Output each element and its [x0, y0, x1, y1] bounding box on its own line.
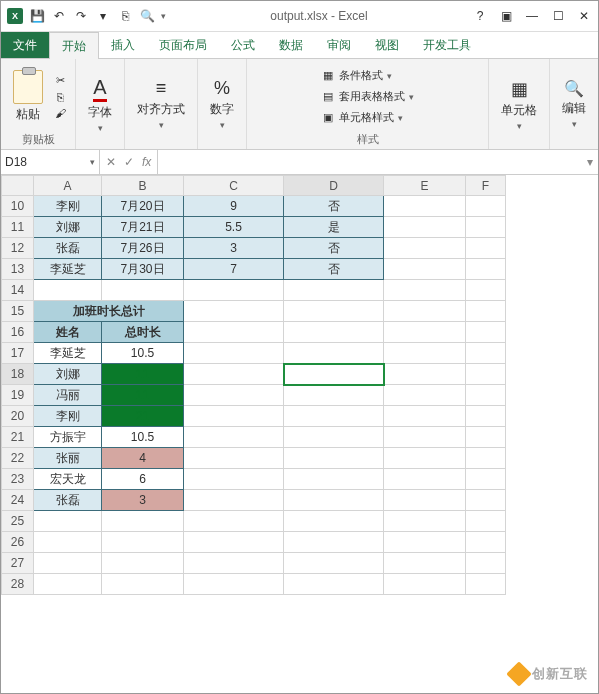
- cell-A17[interactable]: 李延芝: [34, 343, 102, 364]
- cell-C20[interactable]: [184, 406, 284, 427]
- cell-D24[interactable]: [284, 490, 384, 511]
- help-icon[interactable]: ?: [472, 8, 488, 24]
- cell-D17[interactable]: [284, 343, 384, 364]
- cell-E17[interactable]: [384, 343, 466, 364]
- cell-B21[interactable]: 10.5: [102, 427, 184, 448]
- cell-C23[interactable]: [184, 469, 284, 490]
- cell-C27[interactable]: [184, 553, 284, 574]
- cell-C17[interactable]: [184, 343, 284, 364]
- tab-layout[interactable]: 页面布局: [147, 32, 219, 58]
- cell-F12[interactable]: [466, 238, 506, 259]
- cell-E20[interactable]: [384, 406, 466, 427]
- cell-F19[interactable]: [466, 385, 506, 406]
- confirm-icon[interactable]: ✓: [124, 155, 134, 169]
- cell-B25[interactable]: [102, 511, 184, 532]
- tab-home[interactable]: 开始: [49, 32, 99, 59]
- minimize-icon[interactable]: —: [524, 8, 540, 24]
- cell-C22[interactable]: [184, 448, 284, 469]
- cell-A19[interactable]: 冯丽: [34, 385, 102, 406]
- cut-icon[interactable]: ✂: [53, 74, 67, 88]
- col-header-F[interactable]: F: [466, 176, 506, 196]
- cancel-icon[interactable]: ✕: [106, 155, 116, 169]
- cell-C25[interactable]: [184, 511, 284, 532]
- cell-A11[interactable]: 刘娜: [34, 217, 102, 238]
- col-header-E[interactable]: E: [384, 176, 466, 196]
- cell-D10[interactable]: 否: [284, 196, 384, 217]
- cell-B10[interactable]: 7月20日: [102, 196, 184, 217]
- cell-D23[interactable]: [284, 469, 384, 490]
- row-header-25[interactable]: 25: [2, 511, 34, 532]
- cell-B26[interactable]: [102, 532, 184, 553]
- cell-D20[interactable]: [284, 406, 384, 427]
- copy-icon[interactable]: ⎘: [53, 90, 67, 104]
- cell-A26[interactable]: [34, 532, 102, 553]
- tab-dev[interactable]: 开发工具: [411, 32, 483, 58]
- tab-review[interactable]: 审阅: [315, 32, 363, 58]
- cell-F22[interactable]: [466, 448, 506, 469]
- cell-B24[interactable]: 3: [102, 490, 184, 511]
- cell-E11[interactable]: [384, 217, 466, 238]
- cell-D21[interactable]: [284, 427, 384, 448]
- qat-more-icon[interactable]: ▾: [95, 8, 111, 24]
- cell-E10[interactable]: [384, 196, 466, 217]
- cell-F10[interactable]: [466, 196, 506, 217]
- format-as-table-button[interactable]: ▤ 套用表格格式▾: [319, 88, 416, 105]
- cell-F13[interactable]: [466, 259, 506, 280]
- cell-C26[interactable]: [184, 532, 284, 553]
- cell-D19[interactable]: [284, 385, 384, 406]
- cell-styles-button[interactable]: ▣ 单元格样式▾: [319, 109, 405, 126]
- font-button[interactable]: A 字体 ▾: [84, 74, 116, 135]
- cell-D27[interactable]: [284, 553, 384, 574]
- worksheet-grid[interactable]: ABCDEF10李刚7月20日9否11刘娜7月21日5.5是12张磊7月26日3…: [1, 175, 598, 693]
- cell-A12[interactable]: 张磊: [34, 238, 102, 259]
- cell-E24[interactable]: [384, 490, 466, 511]
- cell-B22[interactable]: 4: [102, 448, 184, 469]
- cell-F20[interactable]: [466, 406, 506, 427]
- cell-E12[interactable]: [384, 238, 466, 259]
- cell-F23[interactable]: [466, 469, 506, 490]
- hdr-total[interactable]: 总时长: [102, 322, 184, 343]
- row-header-24[interactable]: 24: [2, 490, 34, 511]
- cell-B13[interactable]: 7月30日: [102, 259, 184, 280]
- cell-E28[interactable]: [384, 574, 466, 595]
- section-title[interactable]: 加班时长总计: [34, 301, 184, 322]
- cell-F21[interactable]: [466, 427, 506, 448]
- cell-E26[interactable]: [384, 532, 466, 553]
- cell-A23[interactable]: 宏天龙: [34, 469, 102, 490]
- cell-B17[interactable]: 10.5: [102, 343, 184, 364]
- cell-C19[interactable]: [184, 385, 284, 406]
- cell-A21[interactable]: 方振宇: [34, 427, 102, 448]
- save-icon[interactable]: 💾: [29, 8, 45, 24]
- expand-formula-icon[interactable]: ▾: [582, 150, 598, 174]
- col-header-A[interactable]: A: [34, 176, 102, 196]
- cell-B12[interactable]: 7月26日: [102, 238, 184, 259]
- cell-F14[interactable]: [466, 280, 506, 301]
- cell-A13[interactable]: 李延芝: [34, 259, 102, 280]
- row-header-11[interactable]: 11: [2, 217, 34, 238]
- row-header-19[interactable]: 19: [2, 385, 34, 406]
- cell-C13[interactable]: 7: [184, 259, 284, 280]
- cell-F11[interactable]: [466, 217, 506, 238]
- tab-insert[interactable]: 插入: [99, 32, 147, 58]
- col-header-B[interactable]: B: [102, 176, 184, 196]
- cell-F25[interactable]: [466, 511, 506, 532]
- tab-data[interactable]: 数据: [267, 32, 315, 58]
- cell-B27[interactable]: [102, 553, 184, 574]
- undo-icon[interactable]: ↶: [51, 8, 67, 24]
- col-header-D[interactable]: D: [284, 176, 384, 196]
- select-all-corner[interactable]: [2, 176, 34, 196]
- cell-A25[interactable]: [34, 511, 102, 532]
- cell-E22[interactable]: [384, 448, 466, 469]
- cell-E14[interactable]: [384, 280, 466, 301]
- touch-icon[interactable]: ⎘: [117, 8, 133, 24]
- row-header-17[interactable]: 17: [2, 343, 34, 364]
- cell-B23[interactable]: 6: [102, 469, 184, 490]
- name-box[interactable]: D18 ▾: [1, 150, 100, 174]
- cell-C10[interactable]: 9: [184, 196, 284, 217]
- cell-E27[interactable]: [384, 553, 466, 574]
- cell-F28[interactable]: [466, 574, 506, 595]
- row-header-28[interactable]: 28: [2, 574, 34, 595]
- col-header-C[interactable]: C: [184, 176, 284, 196]
- fx-icon[interactable]: fx: [142, 155, 151, 169]
- row-header-13[interactable]: 13: [2, 259, 34, 280]
